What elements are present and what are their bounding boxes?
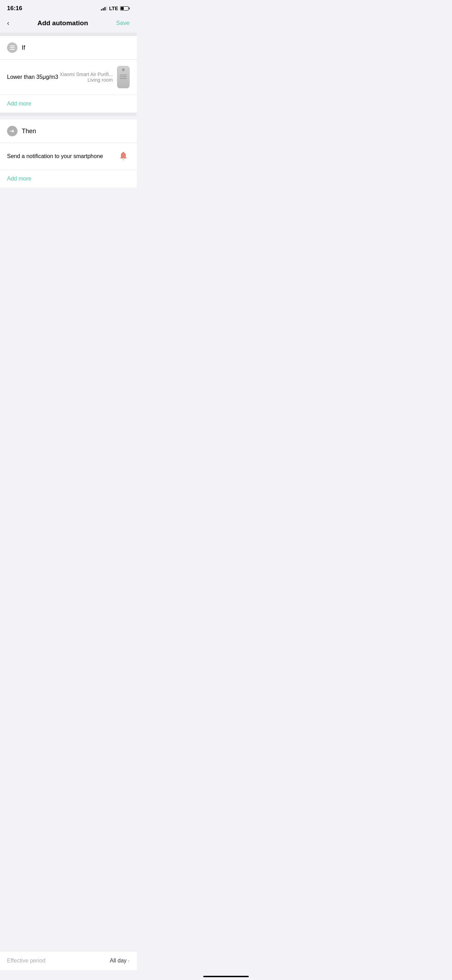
then-title: Then (22, 127, 36, 135)
section-divider-middle (0, 113, 137, 116)
svg-point-3 (123, 152, 124, 153)
status-bar: 16:16 LTE (0, 0, 137, 15)
then-section-header: Then (0, 119, 137, 143)
condition-right: Xiaomi Smart Air Purifi... Living room (60, 66, 130, 88)
signal-icon (101, 6, 107, 11)
status-time: 16:16 (7, 5, 22, 12)
back-button[interactable]: ‹ (7, 19, 10, 27)
list-icon (9, 45, 16, 51)
lte-label: LTE (109, 6, 118, 11)
then-section: Then Send a notification to your smartph… (0, 119, 137, 188)
device-info: Xiaomi Smart Air Purifi... Living room (60, 72, 113, 83)
nav-header: ‹ Add automation Save (0, 15, 137, 33)
condition-row[interactable]: Lower than 35μg/m3 Xiaomi Smart Air Puri… (0, 60, 137, 95)
then-add-more-button[interactable]: Add more (7, 176, 31, 181)
condition-text: Lower than 35μg/m3 (7, 74, 58, 80)
status-icons: LTE (101, 6, 130, 11)
bell-icon (117, 150, 130, 162)
if-section-header: If (0, 36, 137, 60)
then-icon (7, 126, 18, 136)
if-section: If Lower than 35μg/m3 Xiaomi Smart Air P… (0, 36, 137, 113)
empty-area (0, 188, 137, 328)
if-title: If (22, 44, 25, 51)
battery-icon (120, 6, 130, 11)
if-add-more-row: Add more (0, 95, 137, 113)
svg-rect-0 (10, 46, 15, 46)
notification-text: Send a notification to your smartphone (7, 153, 103, 159)
notification-row[interactable]: Send a notification to your smartphone (0, 143, 137, 170)
save-button[interactable]: Save (116, 20, 130, 27)
device-location: Living room (60, 77, 113, 83)
page-title: Add automation (38, 19, 88, 27)
device-icon (117, 66, 130, 88)
svg-rect-2 (10, 49, 15, 50)
arrow-icon (9, 128, 16, 134)
svg-rect-1 (10, 47, 15, 48)
device-name: Xiaomi Smart Air Purifi... (60, 72, 113, 77)
section-divider-top (0, 33, 137, 36)
then-add-more-row: Add more (0, 170, 137, 188)
if-icon (7, 42, 18, 53)
if-add-more-button[interactable]: Add more (7, 100, 31, 107)
